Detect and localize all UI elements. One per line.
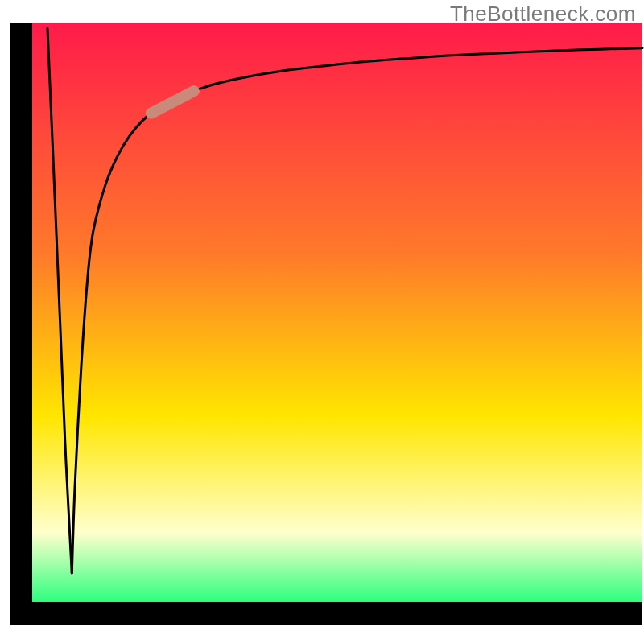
chart-frame: TheBottleneck.com: [0, 0, 644, 644]
plot-svg: [0, 0, 644, 644]
plot-area: [0, 0, 644, 644]
x-axis: [10, 602, 642, 625]
y-axis: [10, 23, 32, 607]
plot-background: [32, 23, 642, 602]
